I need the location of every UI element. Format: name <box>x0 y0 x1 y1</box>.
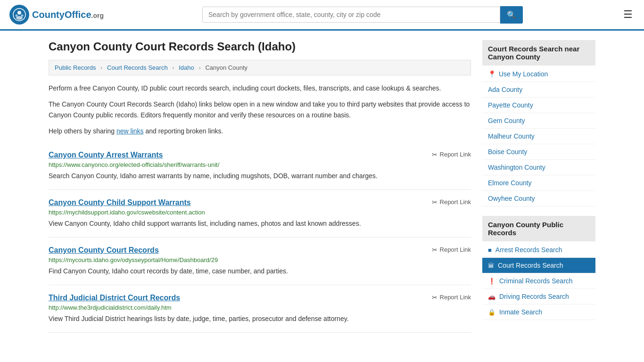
record-entry-1: Canyon County Child Support Warrants ✂ R… <box>49 190 471 238</box>
sidebar-arrest-records[interactable]: ■ Arrest Records Search <box>482 242 595 258</box>
record-header-0: Canyon County Arrest Warrants ✂ Report L… <box>49 151 471 159</box>
report-link-label-0: Report Link <box>440 151 471 158</box>
sidebar-item-ada-county[interactable]: Ada County <box>482 82 595 98</box>
sidebar-public-records-section: Canyon County Public Records ■ Arrest Re… <box>482 216 595 320</box>
search-area: 🔍 <box>202 6 523 24</box>
sidebar-court-records[interactable]: 🏛 Court Records Search <box>482 258 595 273</box>
location-pin-icon: 📍 <box>488 70 496 78</box>
desc-para-3: Help others by sharing new links and rep… <box>49 126 471 136</box>
desc3-pre: Help others by sharing <box>49 127 116 135</box>
records-list: Canyon County Arrest Warrants ✂ Report L… <box>49 142 471 333</box>
record-title-0[interactable]: Canyon County Arrest Warrants <box>49 151 163 159</box>
sidebar-use-location[interactable]: 📍 Use My Location <box>482 66 595 82</box>
scissors-icon-2: ✂ <box>432 246 438 254</box>
inmate-search-icon: 🔒 <box>488 309 495 316</box>
criminal-records-label: Criminal Records Search <box>499 277 573 285</box>
record-url-0[interactable]: https://www.canyonco.org/elected-officia… <box>49 161 471 168</box>
record-desc-2: Find Canyon County, Idaho court records … <box>49 266 471 276</box>
breadcrumb-public-records[interactable]: Public Records <box>55 64 96 71</box>
record-entry-2: Canyon County Court Records ✂ Report Lin… <box>49 238 471 285</box>
record-desc-3: View Third Judicial District hearings li… <box>49 314 471 324</box>
sidebar-item-payette-county[interactable]: Payette County <box>482 98 595 113</box>
report-link-btn-1[interactable]: ✂ Report Link <box>432 198 471 206</box>
logo-area: CountyOffice.org <box>9 5 104 25</box>
court-records-icon: 🏛 <box>488 262 494 269</box>
record-entry-0: Canyon County Arrest Warrants ✂ Report L… <box>49 142 471 190</box>
report-link-label-2: Report Link <box>440 246 471 253</box>
breadcrumb-idaho[interactable]: Idaho <box>179 64 194 71</box>
logo-text: CountyOffice.org <box>32 9 104 20</box>
page-title: Canyon County Court Records Search (Idah… <box>49 40 471 53</box>
main-container: Canyon County Court Records Search (Idah… <box>39 31 605 342</box>
breadcrumb: Public Records › Court Records Search › … <box>49 60 471 75</box>
report-link-label-3: Report Link <box>440 294 471 301</box>
inmate-search-label: Inmate Search <box>499 308 542 316</box>
sidebar-nearby-section: Court Records Search near Canyon County … <box>482 40 595 206</box>
record-title-1[interactable]: Canyon County Child Support Warrants <box>49 198 191 207</box>
record-title-3[interactable]: Third Judicial District Court Records <box>49 294 180 302</box>
svg-point-4 <box>21 15 24 17</box>
use-location-label: Use My Location <box>499 70 548 78</box>
breadcrumb-sep-1: › <box>100 64 102 71</box>
sidebar-criminal-records[interactable]: ❗ Criminal Records Search <box>482 273 595 289</box>
arrest-records-label: Arrest Records Search <box>495 246 562 254</box>
sidebar-item-washington-county[interactable]: Washington County <box>482 160 595 175</box>
record-url-1[interactable]: https://mychildsupport.idaho.gov/cswebsi… <box>49 209 471 216</box>
sidebar-item-malheur-county[interactable]: Malheur County <box>482 129 595 144</box>
menu-button[interactable]: ☰ <box>621 7 635 23</box>
breadcrumb-sep-3: › <box>198 64 200 71</box>
scissors-icon-3: ✂ <box>432 294 438 301</box>
record-desc-0: Search Canyon County, Idaho arrest warra… <box>49 171 471 181</box>
logo-icon <box>9 5 29 25</box>
scissors-icon-0: ✂ <box>432 151 438 158</box>
record-header-3: Third Judicial District Court Records ✂ … <box>49 294 471 302</box>
breadcrumb-sep-2: › <box>172 64 174 71</box>
svg-point-1 <box>17 11 21 15</box>
breadcrumb-canyon-county: Canyon County <box>205 64 248 71</box>
search-input[interactable] <box>202 7 500 23</box>
sidebar-item-elmore-county[interactable]: Elmore County <box>482 175 595 191</box>
sidebar-item-gem-county[interactable]: Gem County <box>482 113 595 129</box>
search-button[interactable]: 🔍 <box>500 6 523 24</box>
hamburger-icon: ☰ <box>623 8 633 20</box>
desc-para-1: Perform a free Canyon County, ID public … <box>49 83 471 93</box>
scissors-icon-1: ✂ <box>432 198 438 206</box>
search-icon: 🔍 <box>507 11 516 19</box>
desc3-post: and reporting broken links. <box>144 127 223 135</box>
sidebar-nearby-header: Court Records Search near Canyon County <box>482 40 595 66</box>
driving-records-label: Driving Records Search <box>499 293 569 300</box>
sidebar-public-records-header: Canyon County Public Records <box>482 216 595 241</box>
breadcrumb-court-records[interactable]: Court Records Search <box>107 64 168 71</box>
sidebar-driving-records[interactable]: 🚗 Driving Records Search <box>482 289 595 304</box>
sidebar: Court Records Search near Canyon County … <box>482 40 595 333</box>
court-records-label: Court Records Search <box>498 262 563 269</box>
driving-records-icon: 🚗 <box>488 293 495 300</box>
record-header-1: Canyon County Child Support Warrants ✂ R… <box>49 198 471 207</box>
record-url-2[interactable]: https://mycourts.idaho.gov/odysseyportal… <box>49 256 471 263</box>
report-link-btn-0[interactable]: ✂ Report Link <box>432 151 471 158</box>
report-link-label-1: Report Link <box>440 198 471 206</box>
new-links-link[interactable]: new links <box>116 127 144 135</box>
desc-para-2: The Canyon County Court Records Search (… <box>49 99 471 120</box>
sidebar-inmate-search[interactable]: 🔒 Inmate Search <box>482 304 595 320</box>
report-link-btn-3[interactable]: ✂ Report Link <box>432 294 471 301</box>
record-title-2[interactable]: Canyon County Court Records <box>49 246 159 255</box>
record-header-2: Canyon County Court Records ✂ Report Lin… <box>49 246 471 255</box>
record-url-3[interactable]: http://www.the3rdjudicialdistrict.com/da… <box>49 304 471 311</box>
svg-point-3 <box>16 15 18 17</box>
header: CountyOffice.org 🔍 ☰ <box>0 0 644 31</box>
record-entry-3: Third Judicial District Court Records ✂ … <box>49 285 471 333</box>
criminal-records-icon: ❗ <box>488 278 495 285</box>
report-link-btn-2[interactable]: ✂ Report Link <box>432 246 471 254</box>
record-desc-1: View Canyon County, Idaho child support … <box>49 219 471 229</box>
sidebar-item-owyhee-county[interactable]: Owyhee County <box>482 191 595 206</box>
sidebar-item-boise-county[interactable]: Boise County <box>482 144 595 160</box>
content-area: Canyon County Court Records Search (Idah… <box>49 40 471 333</box>
arrest-records-icon: ■ <box>488 247 492 254</box>
